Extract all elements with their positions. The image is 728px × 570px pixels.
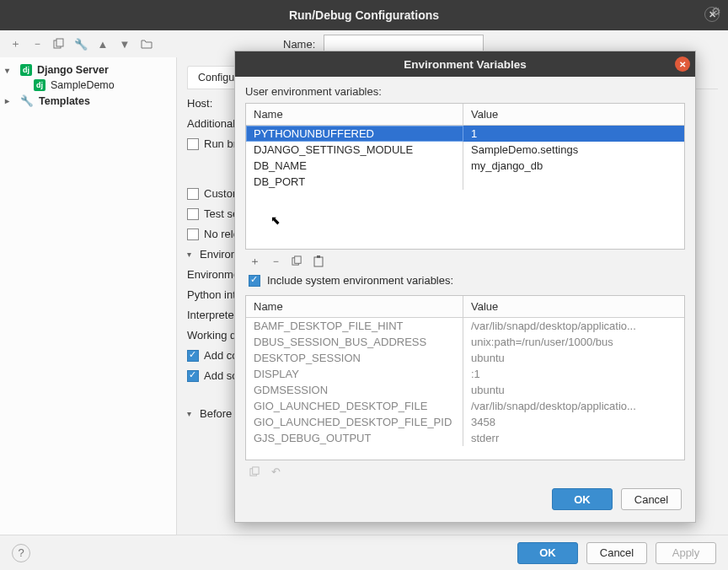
var-value-cell: 3458 — [463, 414, 684, 430]
table-row[interactable]: DBUS_SESSION_BUS_ADDRESSunix:path=/run/u… — [246, 334, 684, 350]
down-icon[interactable]: ▼ — [118, 37, 131, 51]
var-name-cell: DESKTOP_SESSION — [246, 350, 463, 366]
cancel-button[interactable]: Cancel — [586, 542, 647, 564]
table-row[interactable]: BAMF_DESKTOP_FILE_HINT/var/lib/snapd/des… — [246, 318, 684, 334]
button-label: OK — [574, 493, 591, 506]
col-name-header[interactable]: Name — [246, 104, 463, 125]
chevron-down-icon: ▾ — [5, 66, 15, 75]
modal-ok-button[interactable]: OK — [552, 488, 613, 510]
host-label: Host: — [187, 97, 212, 110]
window-title: Run/Debug Configurations — [289, 8, 439, 22]
var-value-cell: stderr — [463, 430, 684, 446]
env-vars-dialog: Environment Variables ✕ User environment… — [234, 51, 696, 523]
copy-icon[interactable] — [52, 37, 66, 51]
table-row[interactable]: GIO_LAUNCHED_DESKTOP_FILE/var/lib/snapd/… — [246, 398, 684, 414]
var-name-cell[interactable]: DJANGO_SETTINGS_MODULE — [246, 142, 463, 158]
remove-icon[interactable]: － — [30, 37, 44, 51]
django-icon: dj — [20, 64, 32, 76]
tree-label: SampleDemo — [51, 79, 115, 91]
include-system-checkbox[interactable] — [249, 275, 260, 287]
copy-icon[interactable] — [291, 255, 303, 267]
copy-icon — [249, 465, 261, 478]
button-label: Apply — [672, 546, 700, 559]
var-name-cell: GJS_DEBUG_OUTPUT — [246, 430, 463, 446]
var-value-cell: :1 — [463, 366, 684, 382]
svg-rect-3 — [295, 256, 301, 263]
custom-run-checkbox[interactable] — [187, 188, 199, 200]
paste-icon[interactable] — [312, 255, 324, 267]
settings-gear-icon[interactable]: ⚙ — [711, 5, 721, 18]
user-vars-label: User environment variables: — [245, 85, 685, 98]
wrench-icon: 🔧 — [20, 94, 34, 107]
no-reload-checkbox[interactable] — [187, 229, 199, 240]
table-row[interactable]: GDMSESSIONubuntu — [246, 382, 684, 398]
table-row[interactable]: DISPLAY:1 — [246, 366, 684, 382]
add-content-checkbox[interactable] — [187, 350, 199, 362]
var-value-cell: /var/lib/snapd/desktop/applicatio... — [463, 318, 684, 334]
var-value-cell: ubuntu — [463, 382, 684, 398]
table-row[interactable]: GJS_DEBUG_OUTPUTstderr — [246, 430, 684, 446]
var-value-cell[interactable]: my_django_db — [463, 158, 684, 174]
chevron-down-icon[interactable]: ▾ — [187, 409, 191, 418]
tree-label: Django Server — [37, 64, 109, 76]
tree-sampledemo[interactable]: dj SampleDemo — [0, 78, 176, 93]
var-name-cell[interactable]: DB_PORT — [246, 174, 463, 190]
table-row[interactable]: DB_NAMEmy_django_db — [246, 158, 684, 174]
chevron-down-icon[interactable]: ▾ — [187, 250, 191, 259]
name-label: Name: — [283, 38, 315, 51]
var-name-cell: GIO_LAUNCHED_DESKTOP_FILE_PID — [246, 414, 463, 430]
system-vars-toolbar: ↶ — [245, 460, 685, 480]
folder-icon[interactable] — [140, 37, 153, 51]
config-tree: ▾ dj Django Server dj SampleDemo ▸ 🔧 Tem… — [0, 57, 177, 535]
var-name-cell[interactable]: PYTHONUNBUFFERED — [246, 126, 463, 142]
table-row[interactable]: DB_PORT — [246, 174, 684, 190]
user-vars-table[interactable]: Name Value PYTHONUNBUFFERED1DJANGO_SETTI… — [245, 103, 685, 250]
table-row[interactable]: DJANGO_SETTINGS_MODULESampleDemo.setting… — [246, 142, 684, 158]
button-label: Cancel — [634, 493, 668, 506]
var-value-cell[interactable] — [463, 174, 684, 190]
svg-rect-4 — [314, 257, 323, 266]
col-value-header[interactable]: Value — [463, 104, 684, 125]
var-name-cell: GIO_LAUNCHED_DESKTOP_FILE — [246, 398, 463, 414]
add-icon[interactable]: ＋ — [8, 37, 22, 51]
system-vars-table[interactable]: Name Value BAMF_DESKTOP_FILE_HINT/var/li… — [245, 295, 685, 460]
django-icon: dj — [34, 79, 46, 91]
var-value-cell[interactable]: SampleDemo.settings — [463, 142, 684, 158]
test-server-checkbox[interactable] — [187, 208, 199, 220]
modal-cancel-button[interactable]: Cancel — [621, 488, 682, 510]
var-name-cell: GDMSESSION — [246, 382, 463, 398]
ok-button[interactable]: OK — [517, 542, 578, 564]
add-source-checkbox[interactable] — [187, 370, 199, 382]
up-icon[interactable]: ▲ — [96, 37, 110, 51]
chevron-right-icon: ▸ — [5, 96, 15, 105]
table-row[interactable]: GIO_LAUNCHED_DESKTOP_FILE_PID3458 — [246, 414, 684, 430]
var-name-cell[interactable]: DB_NAME — [246, 158, 463, 174]
var-value-cell[interactable]: 1 — [463, 126, 684, 142]
table-row[interactable]: DESKTOP_SESSIONubuntu — [246, 350, 684, 366]
dialog-buttons: ? OK Cancel Apply — [0, 535, 728, 570]
apply-button[interactable]: Apply — [656, 542, 716, 564]
include-system-label: Include system environment variables: — [267, 274, 453, 287]
user-vars-toolbar: ＋ － — [245, 250, 685, 269]
run-browser-checkbox[interactable] — [187, 138, 199, 150]
undo-icon: ↶ — [270, 465, 282, 478]
button-label: OK — [539, 546, 556, 559]
tree-django-server[interactable]: ▾ dj Django Server — [0, 62, 176, 78]
svg-rect-5 — [317, 255, 320, 258]
var-value-cell: /var/lib/snapd/desktop/applicatio... — [463, 398, 684, 414]
table-header: Name Value — [246, 104, 684, 126]
remove-icon[interactable]: － — [270, 255, 282, 267]
table-row[interactable]: PYTHONUNBUFFERED1 — [246, 126, 684, 142]
modal-titlebar: Environment Variables ✕ — [235, 51, 695, 77]
col-value-header[interactable]: Value — [463, 296, 684, 317]
tree-label: Templates — [39, 95, 90, 107]
help-button[interactable]: ? — [12, 544, 30, 562]
var-name-cell: DBUS_SESSION_BUS_ADDRESS — [246, 334, 463, 350]
tree-templates[interactable]: ▸ 🔧 Templates — [0, 93, 176, 109]
add-icon[interactable]: ＋ — [249, 255, 261, 267]
var-name-cell: BAMF_DESKTOP_FILE_HINT — [246, 318, 463, 334]
modal-close-icon[interactable]: ✕ — [675, 56, 690, 72]
wrench-icon[interactable]: 🔧 — [74, 37, 88, 51]
modal-title: Environment Variables — [404, 58, 527, 71]
col-name-header[interactable]: Name — [246, 296, 463, 317]
